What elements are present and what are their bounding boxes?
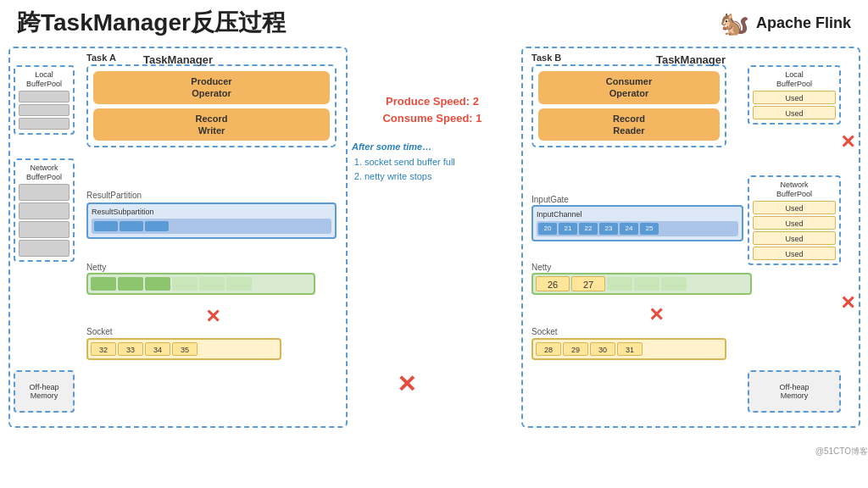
right-network-used: Used Used Used Used	[753, 201, 836, 260]
left-taskmanager-box: TaskManager LocalBufferPool NetworkBuffe…	[8, 47, 348, 428]
rp-cell	[120, 221, 143, 231]
left-network-buffer-pool: NetworkBufferPool	[14, 158, 75, 262]
consume-speed-value: 1	[476, 112, 481, 125]
used-cell: Used	[753, 247, 836, 260]
buffer-row	[19, 221, 70, 238]
used-cell: Used	[753, 201, 836, 214]
right-side-x-mark-bottom: ✕	[840, 294, 855, 313]
consumer-operator: ConsumerOperator	[538, 71, 720, 104]
task-b-container: Task B ConsumerOperator RecordReader	[531, 53, 726, 147]
used-cell: Used	[753, 106, 836, 119]
netty-cell	[118, 277, 143, 291]
left-local-pool-label: LocalBufferPool	[19, 70, 70, 89]
left-offheap-memory: Off-heapMemory	[14, 370, 75, 413]
rp-inner	[92, 219, 331, 234]
logo-area: 🐿️ Apache Flink	[720, 9, 851, 37]
middle-x-mark: ✕	[397, 373, 416, 396]
buffer-row	[19, 104, 70, 116]
socket-cell-28: 28	[536, 342, 561, 356]
netty-cell	[91, 277, 116, 291]
diagram: TaskManager LocalBufferPool NetworkBuffe…	[0, 42, 868, 458]
input-channel: InputChannel 20 21 22 23 24 25	[531, 205, 743, 241]
left-socket-label: Socket	[86, 327, 113, 336]
result-partition-label: ResultPartition	[86, 191, 142, 200]
right-local-buffer-pool: LocalBufferPool Used Used	[748, 65, 841, 125]
record-reader: RecordReader	[538, 108, 720, 141]
buffer-row	[19, 202, 70, 219]
netty-cell-empty	[607, 277, 632, 291]
produce-speed-label: Produce Speed:	[386, 95, 473, 108]
socket-cell-34: 34	[145, 342, 170, 356]
task-a-container: Task A ProducerOperator RecordWriter	[86, 53, 337, 147]
task-a-label: Task A	[86, 53, 337, 63]
right-socket-box: 28 29 30 31	[531, 338, 726, 360]
produce-speed-value: 2	[473, 95, 479, 108]
page-title: 跨TaskManager反压过程	[17, 7, 286, 39]
netty-cell-empty	[226, 277, 252, 291]
after-title: After some time…	[352, 140, 513, 155]
buffer-row	[19, 118, 70, 130]
speed-info: Produce Speed: 2 Consume Speed: 1	[352, 93, 513, 126]
netty-cell-26: 26	[536, 276, 570, 291]
producer-operator: ProducerOperator	[93, 71, 330, 104]
right-network-buffer-pool: NetworkBufferPool Used Used Used Used	[748, 175, 841, 265]
socket-cell-32: 32	[91, 342, 116, 356]
buffer-row	[19, 240, 70, 257]
ic-cell-24: 24	[620, 223, 638, 235]
ic-label: InputChannel	[537, 210, 738, 219]
left-network-buffers	[19, 184, 70, 257]
flink-logo-icon: 🐿️	[720, 9, 749, 37]
right-netty-box: 26 27	[531, 273, 752, 295]
right-netty-label: Netty	[531, 263, 551, 272]
left-network-pool-label: NetworkBufferPool	[19, 164, 70, 182]
socket-cell-30: 30	[590, 342, 615, 356]
netty-cell-empty	[172, 277, 198, 291]
used-cell: Used	[753, 231, 836, 245]
record-writer: RecordWriter	[93, 108, 330, 141]
ic-cell-23: 23	[599, 223, 618, 235]
ic-cell-22: 22	[579, 223, 598, 235]
ic-cell-21: 21	[559, 223, 577, 235]
rp-cell	[145, 221, 169, 231]
right-local-used: Used Used	[753, 91, 836, 119]
rp-cell	[94, 221, 118, 231]
rp-label: ResultSubpartition	[92, 208, 331, 216]
buffer-row	[19, 91, 70, 103]
after-list-item: socket send buffer full	[364, 155, 513, 170]
socket-cell-33: 33	[118, 342, 143, 356]
logo-text: Apache Flink	[756, 14, 851, 32]
socket-cell-35: 35	[172, 342, 198, 356]
netty-cell-empty	[661, 277, 687, 291]
right-taskmanager-box: TaskManager Task B ConsumerOperator Reco…	[521, 47, 860, 428]
ic-cell-20: 20	[538, 223, 557, 235]
left-netty-label: Netty	[86, 263, 106, 272]
right-offheap-memory: Off-heapMemory	[748, 370, 841, 413]
task-a-inner: ProducerOperator RecordWriter	[86, 64, 337, 147]
ic-cell-25: 25	[640, 223, 659, 235]
right-side-x-mark-top: ✕	[840, 133, 855, 152]
socket-cell-29: 29	[563, 342, 588, 356]
used-cell: Used	[753, 216, 836, 230]
netty-cell-empty	[634, 277, 659, 291]
left-netty-box	[86, 273, 315, 295]
left-netty-x-mark: ✕	[205, 308, 220, 326]
result-subpartition: ResultSubpartition	[86, 202, 337, 239]
netty-cell-27: 27	[571, 276, 605, 291]
netty-cell	[145, 277, 170, 291]
ic-inner: 20 21 22 23 24 25	[537, 221, 738, 236]
task-b-inner: ConsumerOperator RecordReader	[531, 64, 726, 147]
after-info: After some time… socket send buffer full…	[352, 140, 513, 185]
right-socket-label: Socket	[531, 327, 558, 336]
consume-speed-label: Consume Speed:	[382, 112, 476, 125]
netty-cell-empty	[199, 277, 225, 291]
socket-cell-31: 31	[617, 342, 643, 356]
right-network-pool-label: NetworkBufferPool	[753, 180, 836, 199]
after-list-item: netty write stops	[364, 169, 513, 185]
input-gate-label: InputGate	[531, 195, 569, 204]
left-socket-box: 32 33 34 35	[86, 338, 281, 360]
right-local-pool-label: LocalBufferPool	[753, 70, 836, 89]
middle-section: Produce Speed: 2 Consume Speed: 1 After …	[352, 93, 513, 185]
left-local-buffers	[19, 91, 70, 130]
header: 跨TaskManager反压过程 🐿️ Apache Flink	[0, 0, 868, 42]
buffer-row	[19, 184, 70, 201]
